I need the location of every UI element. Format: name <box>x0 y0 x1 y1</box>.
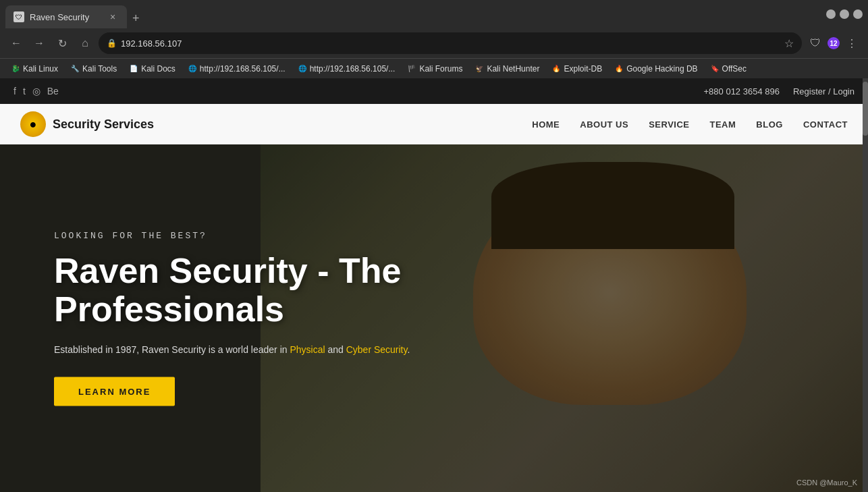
bookmark-google-hacking-db-label: Google Hacking DB <box>626 64 697 74</box>
bookmark-kali-nethunter[interactable]: 🦅 Kali NetHunter <box>469 62 545 76</box>
bookmark-kali-docs-label: Kali Docs <box>141 64 175 74</box>
hero-tagline: LOOKING FOR THE BEST? <box>54 230 410 240</box>
extensions-badge[interactable]: 12 <box>828 37 840 49</box>
reload-button[interactable]: ↻ <box>53 34 72 53</box>
tab-area: 🛡 Raven Security × + <box>5 0 821 28</box>
bookmark-kali-linux[interactable]: 🐉 Kali Linux <box>5 62 63 76</box>
hero-content: LOOKING FOR THE BEST? Raven Security - T… <box>54 230 410 406</box>
title-bar: 🛡 Raven Security × + <box>0 0 868 28</box>
address-input[interactable]: 🔒 192.168.56.107 ☆ <box>99 32 802 54</box>
bookmark-kali-forums-label: Kali Forums <box>419 64 462 74</box>
bookmark-kali-nethunter-label: Kali NetHunter <box>487 64 539 74</box>
address-bar: ← → ↻ ⌂ 🔒 192.168.56.107 ☆ 🛡 12 ⋮ <box>0 28 868 58</box>
utility-right: +880 012 3654 896 Register / Login <box>704 86 855 97</box>
bookmark-kali-tools[interactable]: 🔧 Kali Tools <box>65 62 122 76</box>
nav-contact[interactable]: CONTACT <box>803 119 848 130</box>
utility-bar: f t ◎ Be +880 012 3654 896 Register / Lo… <box>0 78 868 104</box>
tab-title: Raven Security <box>30 12 101 22</box>
hero-description: Established in 1987, Raven Security is a… <box>54 341 410 356</box>
new-tab-button[interactable]: + <box>130 9 142 28</box>
bookmark-kali-forums[interactable]: 🏴 Kali Forums <box>402 62 468 76</box>
bookmark-kali-tools-label: Kali Tools <box>82 64 117 74</box>
nav-home[interactable]: HOME <box>532 119 560 130</box>
home-button[interactable]: ⌂ <box>76 34 94 53</box>
scrollbar-thumb[interactable] <box>863 82 868 136</box>
bookmarks-bar: 🐉 Kali Linux 🔧 Kali Tools 📄 Kali Docs 🌐 … <box>0 58 868 78</box>
register-login-link[interactable]: Register / Login <box>793 86 855 97</box>
bookmark-kali-linux-label: Kali Linux <box>23 64 58 74</box>
learn-more-button[interactable]: LEARN MORE <box>54 377 175 406</box>
nav-team[interactable]: TEAM <box>710 119 736 130</box>
nav-about[interactable]: ABOUT US <box>580 119 628 130</box>
watermark: CSDN @Mauro_K <box>796 479 857 487</box>
nav-links: HOME ABOUT US SERVICE TEAM BLOG CONTACT <box>532 119 848 130</box>
kali-tools-favicon: 🔧 <box>70 64 80 74</box>
url-text: 192.168.56.107 <box>121 38 780 49</box>
logo-icon: ● <box>20 111 46 137</box>
exploit-db-favicon: 🔥 <box>551 64 561 74</box>
navbar: ● Security Services HOME ABOUT US SERVIC… <box>0 104 868 144</box>
offsec-favicon: 🔖 <box>710 64 720 74</box>
bookmark-exploit-db[interactable]: 🔥 Exploit-DB <box>546 62 607 76</box>
security-icon: 🔒 <box>107 38 117 48</box>
kali-linux-favicon: 🐉 <box>11 64 20 74</box>
menu-button[interactable]: ⋮ <box>842 34 861 53</box>
bookmark-offsec[interactable]: 🔖 OffSec <box>705 62 752 76</box>
nav-blog[interactable]: BLOG <box>756 119 783 130</box>
bookmark-link1[interactable]: 🌐 http://192.168.56.105/... <box>182 62 291 76</box>
twitter-icon[interactable]: t <box>23 86 26 97</box>
logo-area: ● Security Services <box>20 111 154 137</box>
back-button[interactable]: ← <box>7 34 26 53</box>
kali-docs-favicon: 📄 <box>129 64 138 74</box>
bookmark-link2[interactable]: 🌐 http://192.168.56.105/... <box>292 62 401 76</box>
social-icons: f t ◎ Be <box>13 86 59 97</box>
bookmark-link1-label: http://192.168.56.105/... <box>200 64 286 74</box>
hero-highlight-cyber: Cyber Security <box>346 344 408 354</box>
tab-close-button[interactable]: × <box>107 11 119 23</box>
kali-nethunter-favicon: 🦅 <box>474 64 484 74</box>
scrollbar[interactable] <box>863 78 868 492</box>
hero-title-line1: Raven Security - The <box>54 250 401 290</box>
dribbble-icon[interactable]: ◎ <box>32 86 40 97</box>
website-content: f t ◎ Be +880 012 3654 896 Register / Lo… <box>0 78 868 492</box>
bookmark-exploit-db-label: Exploit-DB <box>564 64 602 74</box>
window-controls <box>826 9 863 19</box>
shield-icon[interactable]: 🛡 <box>806 34 825 53</box>
minimize-button[interactable] <box>826 9 836 19</box>
hero-highlight-physical: Physical <box>290 344 325 354</box>
nav-service[interactable]: SERVICE <box>649 119 689 130</box>
bookmark-link2-label: http://192.168.56.105/... <box>310 64 396 74</box>
hero-title-line2: Professionals <box>54 289 284 328</box>
facebook-icon[interactable]: f <box>13 86 16 97</box>
browser-action-buttons: 🛡 12 ⋮ <box>806 34 861 53</box>
maximize-button[interactable] <box>840 9 849 19</box>
link2-favicon: 🌐 <box>298 64 307 74</box>
bookmark-star-icon[interactable]: ☆ <box>784 37 794 50</box>
forward-button[interactable]: → <box>30 34 49 53</box>
browser-chrome: 🛡 Raven Security × + ← → ↻ ⌂ 🔒 192.168.5… <box>0 0 868 78</box>
close-window-button[interactable] <box>853 9 863 19</box>
logo-text: Security Services <box>53 117 154 132</box>
phone-number: +880 012 3654 896 <box>704 86 780 97</box>
bookmark-kali-docs[interactable]: 📄 Kali Docs <box>124 62 181 76</box>
bookmark-google-hacking-db[interactable]: 🔥 Google Hacking DB <box>609 62 703 76</box>
behance-icon[interactable]: Be <box>47 86 59 97</box>
active-tab[interactable]: 🛡 Raven Security × <box>5 5 127 28</box>
hero-title: Raven Security - The Professionals <box>54 251 410 328</box>
bookmark-offsec-label: OffSec <box>722 64 747 74</box>
tab-favicon: 🛡 <box>13 11 24 22</box>
hero-section: LOOKING FOR THE BEST? Raven Security - T… <box>0 144 868 492</box>
kali-forums-favicon: 🏴 <box>407 64 416 74</box>
google-hacking-db-favicon: 🔥 <box>614 64 624 74</box>
link1-favicon: 🌐 <box>188 64 197 74</box>
